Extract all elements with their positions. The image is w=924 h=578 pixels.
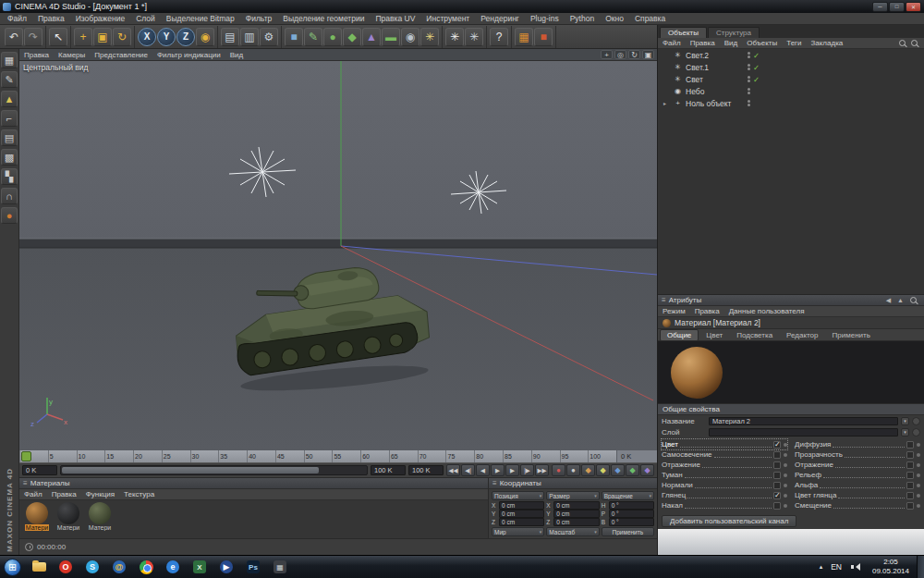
coordinate-field[interactable]: 0 cm: [553, 510, 599, 518]
timeline-scroll-handle[interactable]: [62, 467, 319, 473]
office-icon[interactable]: X: [189, 558, 210, 576]
chevron-down-icon[interactable]: ▾: [901, 417, 909, 425]
redo-icon[interactable]: ↷: [24, 28, 43, 46]
channel-row[interactable]: Цвет: [662, 439, 787, 449]
object-row[interactable]: ▸ ◉ Небо ✓: [658, 85, 924, 97]
key-position-button[interactable]: ◆: [581, 464, 595, 476]
object-row[interactable]: ▸ ✳ Свет ✓: [658, 73, 924, 85]
menu-item[interactable]: Фильтр: [240, 14, 278, 23]
channel-checkbox[interactable]: [773, 502, 781, 510]
menu-item[interactable]: Выделение геометрии: [277, 14, 370, 23]
channel-checkbox[interactable]: [906, 472, 914, 479]
menu-item[interactable]: Правка UV: [370, 14, 420, 23]
menu-item[interactable]: Справка: [629, 14, 671, 23]
opera-icon[interactable]: O: [55, 558, 76, 576]
materials-menu-item[interactable]: Файл: [19, 490, 47, 498]
generator-icon[interactable]: ●: [323, 28, 342, 46]
enabled-check-icon[interactable]: ✓: [753, 63, 762, 72]
materials-menu-item[interactable]: Правка: [47, 490, 81, 498]
corner-tool-icon[interactable]: ⌐: [1, 110, 18, 127]
panel-tab[interactable]: Объекты: [660, 27, 707, 38]
move-icon[interactable]: +: [74, 28, 92, 46]
key-scale-button[interactable]: ◆: [596, 464, 610, 476]
search-icon[interactable]: [899, 40, 906, 46]
coord-footer-control[interactable]: Масштаб▾: [546, 527, 599, 536]
chevron-down-icon[interactable]: ▾: [901, 428, 909, 437]
toggle-view-icon[interactable]: ▣: [642, 50, 654, 59]
maximize-button[interactable]: □: [889, 2, 905, 12]
zoom-view-icon[interactable]: ◎: [614, 50, 626, 59]
axis-y-lock-icon[interactable]: Y: [157, 28, 176, 46]
object-list-empty-area[interactable]: [658, 109, 924, 295]
menu-item[interactable]: Выделение Bitmap: [161, 14, 240, 23]
coord-column-dropdown[interactable]: Вращение▾: [602, 491, 654, 500]
language-indicator[interactable]: EN: [827, 562, 845, 572]
channel-checkbox[interactable]: [906, 502, 914, 510]
timeline-playhead[interactable]: [21, 451, 31, 461]
checker-icon[interactable]: ▚: [1, 168, 18, 185]
channel-checkbox[interactable]: [773, 472, 781, 479]
objects-menu-item[interactable]: Закладка: [806, 39, 847, 47]
channel-checkbox[interactable]: [773, 461, 781, 469]
pan-view-icon[interactable]: +: [601, 50, 613, 59]
channel-checkbox[interactable]: [906, 492, 914, 499]
viewport-menu-item[interactable]: Вид: [225, 51, 248, 59]
next-frame-button[interactable]: ▶: [505, 464, 519, 476]
channel-row[interactable]: Отражение: [662, 460, 787, 470]
goto-end-button[interactable]: ▶▶: [535, 464, 549, 476]
channel-row[interactable]: Альфа: [795, 480, 920, 490]
pin-icon[interactable]: ▲: [895, 297, 906, 303]
prev-frame-button[interactable]: ◀: [476, 464, 490, 476]
coord-system-icon[interactable]: ◉: [196, 28, 214, 46]
attributes-menu-item[interactable]: Правка: [690, 307, 724, 315]
viewport-menu-item[interactable]: Правка: [19, 51, 54, 59]
goto-start-button[interactable]: ◀◀: [446, 464, 460, 476]
channel-row[interactable]: Накал: [662, 500, 787, 510]
key-parameter-button[interactable]: ◆: [626, 464, 639, 476]
pattern-icon[interactable]: ▩: [1, 149, 18, 166]
chrome-icon[interactable]: [136, 558, 156, 576]
warning-icon[interactable]: ▲: [1, 91, 18, 107]
channel-checkbox[interactable]: [773, 451, 781, 459]
objects-menu-item[interactable]: Файл: [658, 39, 686, 47]
objects-menu-item[interactable]: Правка: [686, 39, 720, 47]
viewport-3d[interactable]: y x z Центральный вид: [19, 61, 657, 450]
panel-menu-icon[interactable]: ≡: [492, 479, 497, 487]
visibility-dots[interactable]: [748, 64, 750, 70]
skype-icon[interactable]: S: [82, 558, 103, 576]
menu-item[interactable]: Изображение: [70, 14, 131, 23]
undo-icon[interactable]: ↶: [5, 28, 23, 46]
material-thumbnail[interactable]: Матери: [55, 502, 82, 531]
channel-row[interactable]: Глянец: [662, 490, 787, 500]
rotate-view-icon[interactable]: ↻: [628, 50, 640, 59]
menu-item[interactable]: Plug-ins: [525, 14, 565, 23]
materials-menu-item[interactable]: Функция: [81, 490, 119, 498]
attributes-menu-item[interactable]: Режим: [658, 307, 690, 315]
channel-row[interactable]: Отражение: [795, 460, 920, 470]
material-preview[interactable]: [658, 341, 924, 404]
coordinate-field[interactable]: 0 cm: [499, 518, 544, 526]
channel-row[interactable]: Нормали: [662, 480, 787, 490]
panel-menu-icon[interactable]: ≡: [23, 479, 28, 487]
channel-row[interactable]: Самосвечение: [662, 449, 787, 460]
coordinate-field[interactable]: 0 cm: [499, 510, 544, 518]
autokey-button[interactable]: ●: [566, 464, 580, 476]
mail-icon[interactable]: @: [109, 558, 129, 576]
photoshop-icon[interactable]: Ps: [243, 558, 263, 576]
attribute-tab[interactable]: Редактор: [780, 330, 824, 340]
media-player-icon[interactable]: ▶: [216, 558, 237, 576]
layout-icon[interactable]: ▦: [515, 28, 533, 46]
viewport-menu-item[interactable]: Представление: [90, 51, 152, 59]
rotate-icon[interactable]: ↻: [113, 28, 131, 46]
color-scheme-icon[interactable]: ■: [534, 28, 553, 46]
coord-footer-control[interactable]: Применить▾: [602, 527, 654, 536]
camera-icon[interactable]: ◉: [401, 28, 419, 46]
coordinate-field[interactable]: 0 °: [609, 510, 654, 518]
scale-icon[interactable]: ▣: [93, 28, 112, 46]
channel-row[interactable]: Рельеф: [795, 470, 920, 480]
menu-item[interactable]: Инструмент: [420, 14, 475, 23]
key-pla-button[interactable]: ◆: [640, 464, 654, 476]
enabled-check-icon[interactable]: ✓: [753, 51, 762, 60]
timeline-zoom-field[interactable]: 100 K: [408, 465, 444, 475]
deformer-icon[interactable]: ▲: [362, 28, 381, 46]
